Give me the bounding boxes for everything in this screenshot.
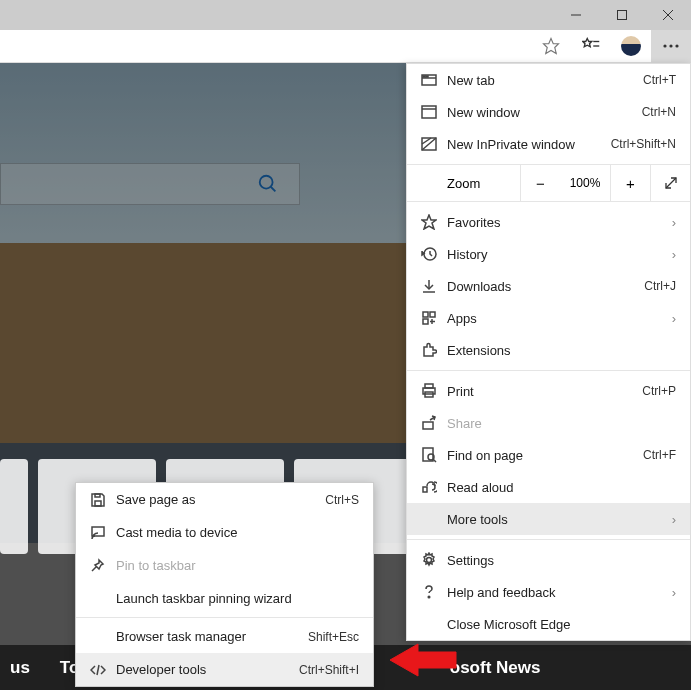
menu-print[interactable]: Print Ctrl+P — [407, 375, 690, 407]
save-icon — [90, 492, 116, 508]
svg-rect-16 — [426, 76, 428, 77]
annotation-arrow — [390, 640, 460, 684]
settings-menu: New tab Ctrl+T New window Ctrl+N New InP… — [406, 63, 691, 641]
menu-label: Launch taskbar pinning wizard — [116, 591, 359, 606]
menu-label: Cast media to device — [116, 525, 359, 540]
zoom-value: 100% — [560, 176, 610, 190]
more-tools-submenu: Save page as Ctrl+S Cast media to device… — [75, 482, 374, 687]
svg-line-22 — [666, 178, 676, 188]
menu-new-tab[interactable]: New tab Ctrl+T — [407, 64, 690, 96]
browser-toolbar — [0, 30, 691, 63]
footer-item: osoft News — [450, 658, 541, 678]
menu-label: New InPrivate window — [447, 137, 611, 152]
svg-rect-43 — [95, 494, 100, 497]
help-icon — [421, 584, 447, 600]
menu-settings[interactable]: Settings — [407, 544, 690, 576]
menu-shortcut: Ctrl+N — [642, 105, 676, 119]
submenu-developer-tools[interactable]: Developer tools Ctrl+Shift+I — [76, 653, 373, 686]
submenu-launch-pin-wizard[interactable]: Launch taskbar pinning wizard — [76, 582, 373, 615]
menu-label: Find on page — [447, 448, 643, 463]
menu-shortcut: Ctrl+T — [643, 73, 676, 87]
svg-marker-23 — [422, 215, 436, 229]
menu-help[interactable]: Help and feedback › — [407, 576, 690, 608]
menu-downloads[interactable]: Downloads Ctrl+J — [407, 270, 690, 302]
gear-icon — [421, 552, 447, 568]
menu-label: Extensions — [447, 343, 676, 358]
submenu-task-manager[interactable]: Browser task manager Shift+Esc — [76, 620, 373, 653]
svg-marker-5 — [583, 39, 592, 47]
menu-read-aloud[interactable]: Read aloud — [407, 471, 690, 503]
menu-favorites[interactable]: Favorites › — [407, 206, 690, 238]
menu-more-tools[interactable]: More tools › — [407, 503, 690, 535]
maximize-button[interactable] — [599, 0, 645, 30]
menu-label: Apps — [447, 311, 672, 326]
menu-label: Developer tools — [116, 662, 299, 677]
submenu-cast[interactable]: Cast media to device — [76, 516, 373, 549]
svg-rect-29 — [423, 319, 428, 324]
zoom-label: Zoom — [407, 176, 520, 191]
chevron-right-icon: › — [672, 512, 676, 527]
chevron-right-icon: › — [672, 215, 676, 230]
svg-point-41 — [428, 596, 430, 598]
menu-shortcut: Ctrl+F — [643, 448, 676, 462]
svg-marker-4 — [544, 39, 559, 54]
menu-label: Help and feedback — [447, 585, 672, 600]
profile-avatar[interactable] — [611, 30, 651, 63]
zoom-row: Zoom − 100% + — [407, 164, 690, 202]
menu-find[interactable]: Find on page Ctrl+F — [407, 439, 690, 471]
menu-label: Read aloud — [447, 480, 676, 495]
menu-label: History — [447, 247, 672, 262]
svg-rect-27 — [423, 312, 428, 317]
menu-share: Share — [407, 407, 690, 439]
zoom-in-button[interactable]: + — [610, 164, 650, 202]
submenu-save-page[interactable]: Save page as Ctrl+S — [76, 483, 373, 516]
menu-new-window[interactable]: New window Ctrl+N — [407, 96, 690, 128]
svg-point-40 — [427, 558, 432, 563]
svg-point-8 — [663, 44, 666, 47]
minimize-button[interactable] — [553, 0, 599, 30]
menu-label: Pin to taskbar — [116, 558, 359, 573]
menu-extensions[interactable]: Extensions — [407, 334, 690, 366]
svg-line-45 — [97, 665, 99, 675]
menu-label: New window — [447, 105, 642, 120]
tab-icon — [421, 72, 447, 88]
menu-label: Save page as — [116, 492, 325, 507]
fullscreen-button[interactable] — [650, 164, 690, 202]
find-icon — [421, 447, 447, 463]
close-window-button[interactable] — [645, 0, 691, 30]
star-icon — [421, 214, 447, 230]
svg-rect-35 — [423, 422, 433, 429]
menu-close-edge[interactable]: Close Microsoft Edge — [407, 608, 690, 640]
chevron-right-icon: › — [672, 247, 676, 262]
menu-label: Share — [447, 416, 676, 431]
quick-link-card[interactable] — [0, 459, 28, 554]
read-aloud-icon — [421, 479, 447, 495]
menu-history[interactable]: History › — [407, 238, 690, 270]
svg-rect-1 — [618, 11, 627, 20]
chevron-right-icon: › — [672, 311, 676, 326]
settings-menu-button[interactable] — [651, 30, 691, 63]
inprivate-icon — [421, 136, 447, 152]
menu-shortcut: Ctrl+Shift+N — [611, 137, 676, 151]
svg-marker-46 — [390, 644, 456, 676]
zoom-out-button[interactable]: − — [520, 164, 560, 202]
pin-icon — [90, 558, 116, 574]
devtools-icon — [90, 662, 116, 678]
favorite-star-icon[interactable] — [531, 30, 571, 63]
menu-apps[interactable]: Apps › — [407, 302, 690, 334]
svg-rect-15 — [423, 76, 425, 77]
favorites-list-icon[interactable] — [571, 30, 611, 63]
menu-label: New tab — [447, 73, 643, 88]
print-icon — [421, 383, 447, 399]
menu-inprivate[interactable]: New InPrivate window Ctrl+Shift+N — [407, 128, 690, 160]
share-icon — [421, 415, 447, 431]
download-icon — [421, 278, 447, 294]
svg-rect-42 — [95, 501, 101, 506]
window-icon — [421, 104, 447, 120]
window-titlebar — [0, 0, 691, 30]
apps-icon — [421, 310, 447, 326]
submenu-pin-taskbar: Pin to taskbar — [76, 549, 373, 582]
extensions-icon — [421, 342, 447, 358]
menu-shortcut: Ctrl+P — [642, 384, 676, 398]
chevron-right-icon: › — [672, 585, 676, 600]
